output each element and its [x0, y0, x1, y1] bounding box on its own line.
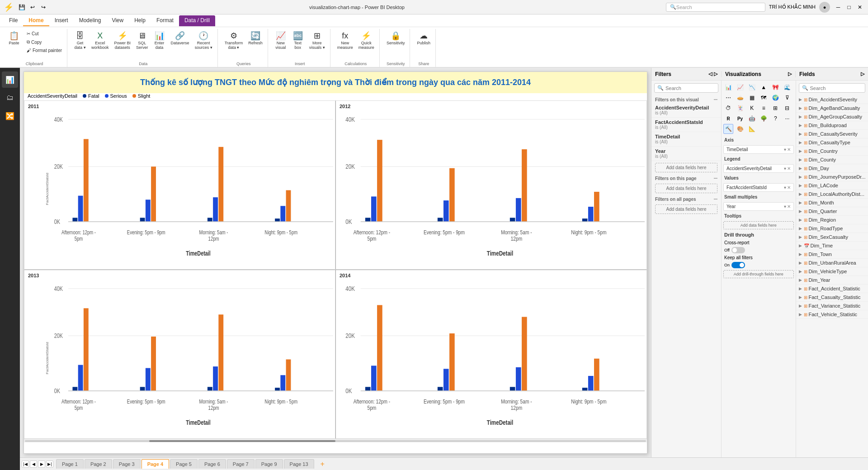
- tab-insert[interactable]: Insert: [49, 15, 74, 26]
- nav-model[interactable]: 🔀: [2, 108, 18, 124]
- field-dim-urbanrural[interactable]: ▶ ⊞ Dim_UrbanRuralArea: [796, 259, 868, 267]
- axis-dropdown-icon[interactable]: ▾: [784, 147, 786, 152]
- sensitivity-button[interactable]: 🔒 Sensitivity: [384, 30, 407, 47]
- tab-help[interactable]: Help: [129, 15, 151, 26]
- viz-pie[interactable]: 🥧: [735, 93, 745, 103]
- drill-through-add[interactable]: Add drill-through fields here: [723, 270, 794, 278]
- viz-scatter[interactable]: ⋯: [723, 93, 733, 103]
- tab-page1[interactable]: Page 1: [56, 459, 84, 469]
- viz-ai[interactable]: 🤖: [747, 114, 757, 123]
- enter-data-button[interactable]: 📊 Enterdata: [151, 30, 168, 52]
- viz-ribbon-chart[interactable]: 🎀: [770, 82, 780, 92]
- tab-page3[interactable]: Page 3: [113, 459, 141, 469]
- filter-visual-more[interactable]: ···: [714, 97, 717, 102]
- viz-matrix[interactable]: ⊟: [782, 103, 792, 113]
- filter-accident-severity[interactable]: AccidentSeverityDetail is (All): [651, 103, 721, 118]
- canvas-scrollbar[interactable]: [24, 439, 647, 442]
- power-bi-datasets-button[interactable]: ⚡ Power BIdatasets: [112, 30, 133, 52]
- tooltips-add[interactable]: Add data fields here: [723, 221, 794, 229]
- tab-add[interactable]: +: [315, 458, 330, 470]
- field-dim-accident-severity[interactable]: ▶ ⊞ Dim_AccidentSeverity: [796, 95, 868, 104]
- field-dim-agegroup[interactable]: ▶ ⊞ Dim_AgeGroupCasualty: [796, 113, 868, 121]
- more-visuals-button[interactable]: ⊞ Morevisuals ▾: [307, 30, 327, 52]
- page-nav-first[interactable]: |◀: [22, 461, 29, 468]
- global-search-bar[interactable]: 🔍 Search: [666, 3, 765, 12]
- transform-data-button[interactable]: ⚙ Transformdata ▾: [222, 30, 245, 52]
- viz-column-chart[interactable]: 📈: [735, 82, 745, 92]
- sm-dropdown-icon[interactable]: ▾: [784, 204, 786, 209]
- page-nav-next[interactable]: ▶: [38, 461, 45, 468]
- field-dim-roadtype[interactable]: ▶ ⊞ Dim_RoadType: [796, 224, 868, 233]
- nav-report[interactable]: 📊: [2, 71, 18, 88]
- field-fact-casualty[interactable]: ▶ ⊞ Fact_Casualty_Statistic: [796, 293, 868, 302]
- format-painter-button[interactable]: 🖌 Format painter: [24, 47, 64, 54]
- field-dim-lacode[interactable]: ▶ ⊞ Dim_LACode: [796, 181, 868, 190]
- tab-view[interactable]: View: [106, 15, 129, 26]
- viz-analytics[interactable]: 📐: [747, 124, 757, 134]
- save-button[interactable]: 💾: [17, 3, 26, 12]
- field-dim-region[interactable]: ▶ ⊞ Dim_Region: [796, 216, 868, 224]
- recent-sources-button[interactable]: 🕐 Recentsources ▾: [193, 30, 215, 52]
- tab-page5[interactable]: Page 5: [170, 459, 198, 469]
- fields-expand-icon[interactable]: ▷: [861, 71, 864, 77]
- filters-collapse-icon[interactable]: ◁: [708, 71, 712, 77]
- filters-expand-icon[interactable]: ▷: [714, 71, 717, 77]
- axis-remove-icon[interactable]: ✕: [787, 147, 791, 152]
- quick-measure-button[interactable]: ⚡ Quickmeasure: [356, 30, 377, 52]
- close-button[interactable]: ✕: [855, 3, 864, 12]
- field-fact-accident[interactable]: ▶ ⊞ Fact_Accident_Statistic: [796, 285, 868, 293]
- tab-page9[interactable]: Page 9: [255, 459, 283, 469]
- refresh-button[interactable]: 🔄 Refresh: [246, 30, 265, 47]
- filter-allpages-more[interactable]: ···: [714, 197, 717, 202]
- cut-button[interactable]: ✂ Cut: [24, 30, 64, 38]
- field-dim-month[interactable]: ▶ ⊞ Dim_Month: [796, 199, 868, 207]
- viz-filled-map[interactable]: 🌍: [770, 93, 780, 103]
- tab-page4[interactable]: Page 4: [142, 459, 169, 469]
- field-dim-vehicletype[interactable]: ▶ ⊞ Dim_VehicleType: [796, 267, 868, 276]
- field-dim-quarter[interactable]: ▶ ⊞ Dim_Quarter: [796, 207, 868, 216]
- legend-dropdown-icon[interactable]: ▾: [784, 166, 786, 171]
- viz-table[interactable]: ⊞: [770, 103, 780, 113]
- fields-search[interactable]: 🔍: [799, 83, 866, 93]
- field-dim-county[interactable]: ▶ ⊞ Dim_County: [796, 156, 868, 164]
- viz-kpi[interactable]: K: [747, 103, 757, 113]
- scrollbar-track[interactable]: [25, 440, 646, 442]
- viz-qa[interactable]: ?: [770, 114, 780, 123]
- viz-waterfall-chart[interactable]: 🌊: [782, 82, 792, 92]
- viz-python[interactable]: Py: [735, 114, 745, 123]
- viz-expand-icon[interactable]: ▷: [788, 71, 792, 77]
- keep-filters-toggle[interactable]: [731, 262, 745, 268]
- sm-remove-icon[interactable]: ✕: [787, 204, 791, 209]
- tab-page6[interactable]: Page 6: [198, 459, 226, 469]
- values-dropdown-icon[interactable]: ▾: [784, 185, 786, 190]
- fields-search-input[interactable]: [810, 85, 868, 91]
- get-data-button[interactable]: 🗄 Getdata ▾: [72, 30, 88, 52]
- viz-bar-chart[interactable]: 📊: [723, 82, 733, 92]
- new-visual-button[interactable]: 📈 Newvisual: [273, 30, 289, 52]
- filter-year[interactable]: Year is (All): [651, 147, 721, 161]
- publish-button[interactable]: ☁ Publish: [415, 30, 433, 47]
- field-fact-vehicle[interactable]: ▶ ⊞ Fact_Vehicle_Statistic: [796, 310, 868, 319]
- field-dim-localauth[interactable]: ▶ ⊞ Dim_LocalAuthorityDist...: [796, 190, 868, 199]
- field-dim-town[interactable]: ▶ ⊞ Dim_Town: [796, 250, 868, 259]
- tab-page13[interactable]: Page 13: [284, 459, 314, 469]
- viz-format-build[interactable]: 🔨: [723, 124, 733, 134]
- filter-fact-accident[interactable]: FactAccidentStatsId is (All): [651, 118, 721, 132]
- viz-treemap[interactable]: ▦: [747, 93, 757, 103]
- field-dim-time[interactable]: ▶ 📅 Dim_Time: [796, 242, 868, 250]
- tab-data-drill[interactable]: Data / Drill: [179, 15, 215, 26]
- viz-r-visual[interactable]: R: [723, 114, 733, 123]
- viz-map[interactable]: 🗺: [759, 93, 769, 103]
- tab-home[interactable]: Home: [23, 15, 49, 26]
- redo-button[interactable]: ↪: [39, 3, 48, 12]
- avatar[interactable]: ●: [819, 2, 830, 13]
- filters-search-input[interactable]: [665, 85, 728, 91]
- cross-report-toggle[interactable]: [731, 247, 745, 253]
- copy-button[interactable]: ⧉ Copy: [24, 38, 64, 46]
- viz-card[interactable]: 🃏: [735, 103, 745, 113]
- filter-visual-add[interactable]: Add data fields here: [655, 163, 717, 172]
- field-dim-builduproad[interactable]: ▶ ⊞ Dim_Builduproad: [796, 121, 868, 130]
- legend-remove-icon[interactable]: ✕: [787, 166, 791, 171]
- tab-file[interactable]: File: [4, 15, 23, 26]
- viz-area-chart[interactable]: ▲: [759, 82, 769, 92]
